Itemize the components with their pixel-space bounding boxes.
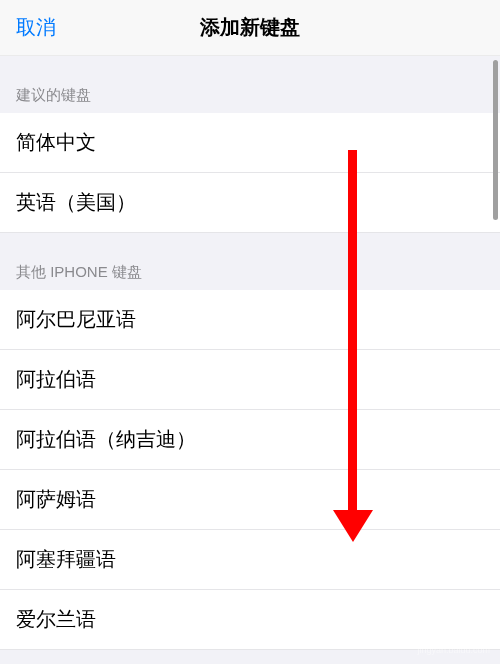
list-item[interactable]: 阿拉伯语（纳吉迪）: [0, 410, 500, 470]
list-item[interactable]: 英语（美国）: [0, 173, 500, 233]
list-item[interactable]: 阿拉伯语: [0, 350, 500, 410]
cancel-button[interactable]: 取消: [16, 14, 56, 41]
scrollbar-thumb[interactable]: [493, 60, 498, 220]
keyboard-list-scroll[interactable]: 建议的键盘 简体中文 英语（美国） 其他 IPHONE 键盘 阿尔巴尼亚语 阿拉…: [0, 56, 500, 664]
list-item[interactable]: 简体中文: [0, 113, 500, 173]
header-bar: 取消 添加新键盘: [0, 0, 500, 56]
list-item[interactable]: 阿塞拜疆语: [0, 530, 500, 590]
list-item[interactable]: 阿萨姆语: [0, 470, 500, 530]
list-item[interactable]: 爱尔兰语: [0, 590, 500, 650]
page-title: 添加新键盘: [0, 14, 500, 41]
list-item[interactable]: 阿尔巴尼亚语: [0, 290, 500, 350]
section-header-other: 其他 IPHONE 键盘: [0, 233, 500, 290]
section-header-suggested: 建议的键盘: [0, 56, 500, 113]
